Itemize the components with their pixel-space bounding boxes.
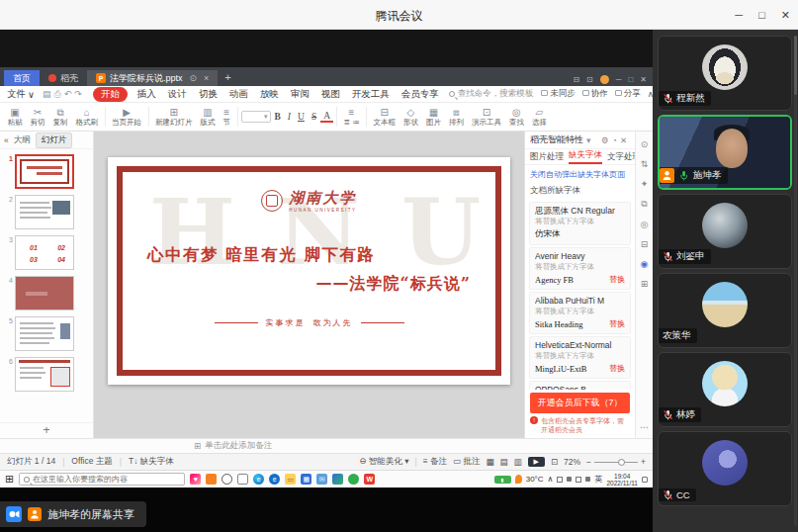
beautify-button[interactable]: ⊖ 智能美化 ▾ [359, 456, 408, 468]
input-language[interactable]: 英 [594, 474, 602, 485]
new-slide-button[interactable]: ⊞新建幻灯片 [152, 107, 197, 127]
wps-misc-icon[interactable]: ⊟ [573, 75, 579, 84]
section-button[interactable]: ≡节 [220, 107, 234, 127]
fit-window-icon[interactable]: ⊡ [551, 457, 558, 467]
rail-icon-sort[interactable]: ⇅ [641, 159, 649, 169]
bold-button[interactable]: B [272, 112, 284, 122]
rail-icon-tools[interactable]: ✦ [641, 179, 649, 189]
tab-home[interactable]: 首页 [4, 70, 40, 86]
start-button[interactable]: ⊞ [5, 473, 14, 486]
view-normal-icon[interactable]: ▦ [486, 457, 493, 467]
sidebar-scrollbar[interactable] [794, 36, 797, 526]
present-tools-button[interactable]: ⊡演示工具 [468, 107, 504, 127]
file-explorer-icon[interactable]: ▭ [285, 474, 296, 485]
wps-close-icon[interactable]: ✕ [640, 75, 647, 84]
bell-icon[interactable]: ◔ [612, 135, 620, 145]
share-button[interactable]: 分享 [615, 88, 641, 100]
tab-text-processing[interactable]: 文字处理 [607, 151, 635, 163]
rail-icon-help[interactable]: ◎ [641, 220, 649, 229]
command-search[interactable]: 查找命令，搜索模板 [449, 88, 534, 100]
underline-button[interactable]: U [295, 112, 308, 122]
slide-thumb-1[interactable]: 1 [2, 154, 91, 189]
menu-item-slideshow[interactable]: 放映 [258, 87, 281, 102]
slide-1[interactable]: HNU 湖南大学 HUNAN UNIVERSITY 心中有梦 暗里有光 脚下有路… [108, 157, 510, 385]
participant-tile-linting[interactable]: 林婷 [658, 352, 792, 427]
ie-icon[interactable]: e [269, 474, 280, 485]
tab-missing-fonts[interactable]: 缺失字体 [569, 149, 602, 164]
menu-item-view[interactable]: 视图 [319, 87, 342, 102]
replace-link[interactable]: 替换 [609, 363, 625, 374]
weather-temperature[interactable]: 30°C [526, 475, 544, 484]
battery-indicator[interactable]: ▮ [494, 476, 511, 484]
settings-icon[interactable]: ⚙ [601, 135, 612, 145]
wps-minimize-icon[interactable]: ─ [616, 75, 622, 84]
shape-button[interactable]: ◇形状 [399, 107, 421, 127]
format-painter-button[interactable]: ⌂格式刷 [72, 107, 102, 127]
textbox-button[interactable]: ⊟文本框 [370, 107, 399, 127]
slide-thumb-2[interactable]: 2 [2, 195, 91, 229]
font-color-button[interactable]: A [320, 111, 333, 123]
slideshow-play-button[interactable]: ▶ [528, 457, 545, 467]
menu-item-devtools[interactable]: 开发工具 [350, 87, 392, 102]
participant-tile-cc[interactable]: CC [658, 431, 792, 506]
rail-icon-skin[interactable]: ⊙ [641, 139, 649, 149]
pinned-app-icon[interactable]: ♥ [190, 474, 201, 485]
menu-item-member[interactable]: 会员专享 [399, 87, 441, 102]
maximize-button[interactable]: □ [758, 9, 765, 21]
taskbar-clock[interactable]: 19:04 2022/11/11 [606, 473, 638, 487]
rail-icon-more[interactable]: ⋯ [640, 422, 649, 432]
participant-tile-shikunxiao[interactable]: 施坤孝 [658, 115, 792, 190]
tray-expand-icon[interactable]: ∧ [548, 475, 554, 484]
layout-button[interactable]: ▥版式 [197, 107, 219, 127]
menu-item-animation[interactable]: 动画 [227, 87, 250, 102]
replace-link[interactable]: 替换 [609, 318, 625, 329]
menu-item-design[interactable]: 设计 [166, 87, 189, 102]
wps-icon[interactable]: W [364, 474, 375, 485]
align-icons[interactable]: ≡≣ ≔ [340, 107, 363, 127]
green-app-icon[interactable] [348, 474, 359, 485]
arrange-button[interactable]: ⧈排列 [445, 107, 467, 127]
collab-button[interactable]: 协作 [582, 88, 608, 100]
panel-collapse-icon[interactable]: « [4, 135, 9, 145]
replace-link[interactable]: 替换 [609, 274, 625, 285]
tab-image-processing[interactable]: 图片处理 [530, 151, 564, 163]
rail-icon-cloud[interactable]: ⊟ [641, 239, 649, 249]
disable-popup-link[interactable]: 关闭自动弹出缺失字体页面 [525, 165, 635, 182]
view-sorter-icon[interactable]: ▤ [499, 457, 507, 467]
rail-icon-active[interactable]: ◉ [641, 259, 649, 269]
missing-font-status[interactable]: T↓ 缺失字体 [129, 456, 174, 468]
zoom-level[interactable]: 72% [564, 457, 580, 467]
slide-thumb-3[interactable]: 3 01 02 03 04 [2, 235, 91, 270]
tab-document[interactable]: P 法学院标兵说.pptx ⊙ × [87, 70, 218, 86]
slide-thumb-4[interactable]: 4 [2, 276, 91, 310]
quick-access-icons[interactable]: ▤⎙↶↷ [43, 89, 85, 100]
wps-account-avatar[interactable] [600, 75, 609, 84]
rail-icon-copy[interactable]: ⧉ [641, 199, 647, 210]
add-slide-button[interactable]: + [0, 422, 93, 438]
photos-icon[interactable] [332, 474, 343, 485]
comments-toggle[interactable]: ▭ 批注 [453, 456, 480, 468]
edge-icon[interactable]: e [253, 474, 264, 485]
tray-icon-4[interactable] [585, 477, 590, 482]
cortana-icon[interactable] [222, 474, 232, 485]
slide-thumb-5[interactable]: 5 [2, 316, 91, 351]
menu-item-insert[interactable]: 插入 [135, 87, 158, 102]
menu-file[interactable]: 文件∨ [7, 88, 35, 101]
screen-share-banner[interactable]: 施坤孝的屏幕共享 [0, 501, 146, 527]
tab-docer[interactable]: 稻壳 [40, 70, 87, 86]
notification-center-icon[interactable] [642, 477, 648, 483]
tab-outline[interactable]: 大纲 [14, 134, 31, 146]
wps-misc-icon2[interactable]: ⊡ [586, 75, 593, 84]
minimize-button[interactable]: ─ [735, 9, 743, 21]
wps-restore-icon[interactable]: □ [628, 75, 633, 84]
view-read-icon[interactable]: ▥ [514, 457, 522, 467]
close-button[interactable]: ✕ [781, 9, 790, 22]
participant-tile-chengxinran[interactable]: 程新然 [658, 36, 792, 111]
windows-search-box[interactable] [19, 473, 185, 486]
store-app-icon[interactable]: ▦ [301, 474, 311, 485]
menu-item-transition[interactable]: 切换 [197, 87, 220, 102]
theme-name[interactable]: Office 主题 [71, 456, 112, 468]
mail-icon[interactable]: ✉ [316, 474, 327, 485]
slide-thumb-6[interactable]: 6 [2, 357, 91, 392]
notes-toggle[interactable]: ≡ 备注 [423, 456, 447, 468]
